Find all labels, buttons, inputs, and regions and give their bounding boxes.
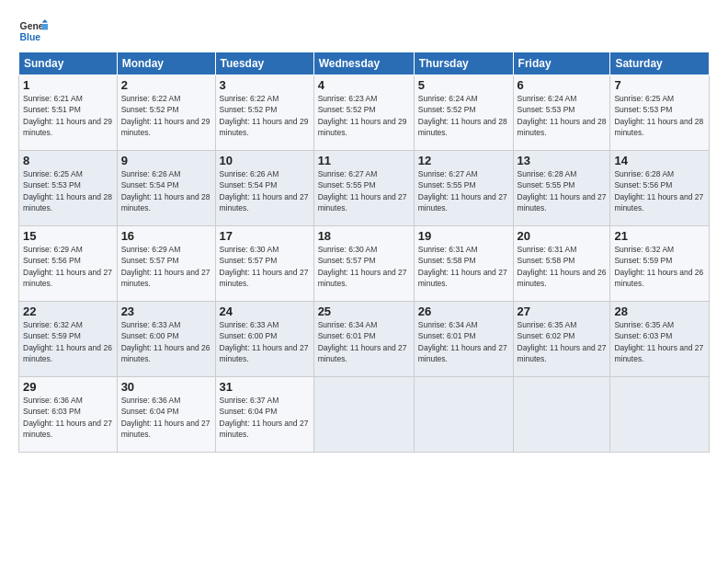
day-cell: 25 Sunrise: 6:34 AMSunset: 6:01 PMDaylig… [313,302,414,377]
day-cell: 5 Sunrise: 6:24 AMSunset: 5:52 PMDayligh… [414,75,513,151]
day-cell [414,377,513,453]
day-number: 3 [220,78,310,92]
day-number: 4 [318,78,410,92]
day-number: 26 [418,304,509,318]
day-cell: 20 Sunrise: 6:31 AMSunset: 5:58 PMDaylig… [513,226,610,302]
day-number: 29 [23,380,113,394]
day-info: Sunrise: 6:24 AMSunset: 5:53 PMDaylight:… [518,94,607,137]
day-cell [610,377,710,453]
day-cell: 27 Sunrise: 6:35 AMSunset: 6:02 PMDaylig… [513,302,610,377]
day-number: 2 [121,78,211,92]
day-info: Sunrise: 6:33 AMSunset: 6:00 PMDaylight:… [121,320,210,363]
week-row-3: 22 Sunrise: 6:32 AMSunset: 5:59 PMDaylig… [19,302,710,377]
weekday-tuesday: Tuesday [215,52,313,75]
day-number: 12 [418,154,509,167]
day-number: 6 [518,78,607,92]
weekday-thursday: Thursday [414,52,513,75]
day-cell: 2 Sunrise: 6:22 AMSunset: 5:52 PMDayligh… [117,75,215,151]
day-number: 1 [23,78,113,92]
day-cell: 9 Sunrise: 6:26 AMSunset: 5:54 PMDayligh… [117,151,215,226]
day-number: 11 [318,154,410,167]
weekday-saturday: Saturday [610,52,710,75]
day-info: Sunrise: 6:37 AMSunset: 6:04 PMDaylight:… [220,396,309,439]
day-number: 31 [220,380,310,394]
day-cell: 10 Sunrise: 6:26 AMSunset: 5:54 PMDaylig… [215,151,313,226]
day-number: 14 [614,154,705,167]
day-cell: 31 Sunrise: 6:37 AMSunset: 6:04 PMDaylig… [215,377,313,453]
week-row-4: 29 Sunrise: 6:36 AMSunset: 6:03 PMDaylig… [19,377,710,453]
day-cell: 22 Sunrise: 6:32 AMSunset: 5:59 PMDaylig… [19,302,118,377]
calendar-table: SundayMondayTuesdayWednesdayThursdayFrid… [18,52,710,453]
weekday-wednesday: Wednesday [313,52,414,75]
day-info: Sunrise: 6:25 AMSunset: 5:53 PMDaylight:… [23,169,112,213]
day-cell [513,377,610,453]
day-cell: 1 Sunrise: 6:21 AMSunset: 5:51 PMDayligh… [19,75,118,151]
header: General Blue [18,17,710,46]
day-number: 5 [418,78,509,92]
day-cell: 21 Sunrise: 6:32 AMSunset: 5:59 PMDaylig… [610,226,710,302]
day-info: Sunrise: 6:34 AMSunset: 6:01 PMDaylight:… [418,320,507,363]
logo: General Blue [18,17,48,46]
day-info: Sunrise: 6:36 AMSunset: 6:04 PMDaylight:… [121,396,210,439]
day-info: Sunrise: 6:29 AMSunset: 5:56 PMDaylight:… [23,245,112,288]
day-info: Sunrise: 6:27 AMSunset: 5:55 PMDaylight:… [418,169,507,213]
day-number: 13 [518,154,607,167]
day-cell: 15 Sunrise: 6:29 AMSunset: 5:56 PMDaylig… [19,226,118,302]
day-info: Sunrise: 6:23 AMSunset: 5:52 PMDaylight:… [318,94,407,137]
day-cell: 4 Sunrise: 6:23 AMSunset: 5:52 PMDayligh… [313,75,414,151]
day-number: 10 [220,154,310,167]
day-info: Sunrise: 6:22 AMSunset: 5:52 PMDaylight:… [220,94,309,137]
day-info: Sunrise: 6:25 AMSunset: 5:53 PMDaylight:… [614,94,703,137]
day-cell: 19 Sunrise: 6:31 AMSunset: 5:58 PMDaylig… [414,226,513,302]
day-number: 9 [121,154,211,167]
day-cell: 29 Sunrise: 6:36 AMSunset: 6:03 PMDaylig… [19,377,118,453]
day-cell: 28 Sunrise: 6:35 AMSunset: 6:03 PMDaylig… [610,302,710,377]
day-cell: 24 Sunrise: 6:33 AMSunset: 6:00 PMDaylig… [215,302,313,377]
day-number: 25 [318,304,410,318]
day-info: Sunrise: 6:32 AMSunset: 5:59 PMDaylight:… [614,245,703,288]
day-cell [313,377,414,453]
day-cell: 6 Sunrise: 6:24 AMSunset: 5:53 PMDayligh… [513,75,610,151]
day-info: Sunrise: 6:33 AMSunset: 6:00 PMDaylight:… [220,320,309,363]
calendar-body: 1 Sunrise: 6:21 AMSunset: 5:51 PMDayligh… [19,75,710,453]
day-cell: 3 Sunrise: 6:22 AMSunset: 5:52 PMDayligh… [215,75,313,151]
day-number: 23 [121,304,211,318]
day-info: Sunrise: 6:31 AMSunset: 5:58 PMDaylight:… [518,245,607,288]
day-number: 22 [23,304,113,318]
day-cell: 30 Sunrise: 6:36 AMSunset: 6:04 PMDaylig… [117,377,215,453]
logo-icon: General Blue [18,17,48,46]
weekday-sunday: Sunday [19,52,118,75]
week-row-0: 1 Sunrise: 6:21 AMSunset: 5:51 PMDayligh… [19,75,710,151]
week-row-1: 8 Sunrise: 6:25 AMSunset: 5:53 PMDayligh… [19,151,710,226]
day-info: Sunrise: 6:35 AMSunset: 6:03 PMDaylight:… [614,320,703,363]
day-info: Sunrise: 6:28 AMSunset: 5:56 PMDaylight:… [614,169,703,213]
day-info: Sunrise: 6:21 AMSunset: 5:51 PMDaylight:… [23,94,112,137]
day-cell: 8 Sunrise: 6:25 AMSunset: 5:53 PMDayligh… [19,151,118,226]
day-number: 19 [418,229,509,243]
day-info: Sunrise: 6:35 AMSunset: 6:02 PMDaylight:… [518,320,607,363]
day-info: Sunrise: 6:31 AMSunset: 5:58 PMDaylight:… [418,245,507,288]
day-number: 27 [518,304,607,318]
day-number: 21 [614,229,705,243]
day-info: Sunrise: 6:28 AMSunset: 5:55 PMDaylight:… [518,169,607,213]
svg-marker-3 [42,24,48,29]
weekday-header-row: SundayMondayTuesdayWednesdayThursdayFrid… [19,52,710,75]
day-number: 7 [614,78,705,92]
day-cell: 7 Sunrise: 6:25 AMSunset: 5:53 PMDayligh… [610,75,710,151]
day-info: Sunrise: 6:30 AMSunset: 5:57 PMDaylight:… [220,245,309,288]
day-cell: 12 Sunrise: 6:27 AMSunset: 5:55 PMDaylig… [414,151,513,226]
day-info: Sunrise: 6:36 AMSunset: 6:03 PMDaylight:… [23,396,112,439]
day-info: Sunrise: 6:24 AMSunset: 5:52 PMDaylight:… [418,94,507,137]
day-info: Sunrise: 6:29 AMSunset: 5:57 PMDaylight:… [121,245,210,288]
day-cell: 14 Sunrise: 6:28 AMSunset: 5:56 PMDaylig… [610,151,710,226]
svg-text:Blue: Blue [20,32,41,42]
day-number: 28 [614,304,705,318]
weekday-friday: Friday [513,52,610,75]
day-info: Sunrise: 6:22 AMSunset: 5:52 PMDaylight:… [121,94,210,137]
day-number: 24 [220,304,310,318]
day-cell: 13 Sunrise: 6:28 AMSunset: 5:55 PMDaylig… [513,151,610,226]
day-cell: 16 Sunrise: 6:29 AMSunset: 5:57 PMDaylig… [117,226,215,302]
day-info: Sunrise: 6:32 AMSunset: 5:59 PMDaylight:… [23,320,112,363]
day-info: Sunrise: 6:30 AMSunset: 5:57 PMDaylight:… [318,245,407,288]
day-cell: 18 Sunrise: 6:30 AMSunset: 5:57 PMDaylig… [313,226,414,302]
